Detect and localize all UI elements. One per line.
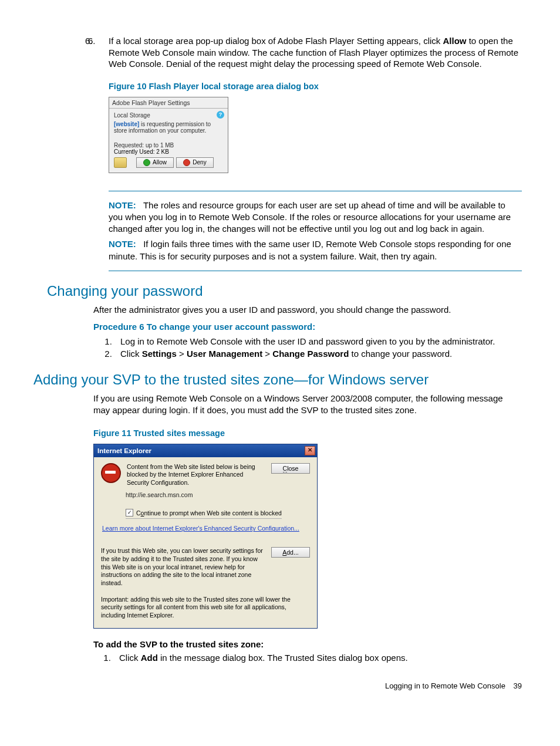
blocked-icon <box>101 463 121 483</box>
flash-currently-used: Currently Used: 2 KB <box>114 148 223 155</box>
flash-dialog: Adobe Flash Player Settings ? Local Stor… <box>109 97 228 173</box>
ie-message: Content from the Web site listed below i… <box>127 463 265 487</box>
proc6-step-1: Log in to Remote Web Console with the us… <box>114 335 522 347</box>
help-icon[interactable]: ? <box>217 111 224 119</box>
procedure-6-title: Procedure 6 To change your user account … <box>38 322 522 332</box>
figure-10-caption: Figure 10 Flash Player local storage are… <box>38 82 522 91</box>
allow-button-label: Allow <box>153 159 167 166</box>
page-number: 39 <box>508 681 522 690</box>
flash-requested: Requested: up to 1 MB <box>114 142 223 148</box>
proc6-s2-um: User Management <box>187 349 262 359</box>
deny-button-label: Deny <box>193 159 206 166</box>
proc6-step-2: Click Settings > User Management > Chang… <box>114 347 522 360</box>
ie-dialog-title: Internet Explorer <box>97 447 151 454</box>
add-svp-heading-colon: : <box>261 639 264 649</box>
ie-learn-more-link[interactable]: Learn more about Internet Explorer's Enh… <box>102 525 310 532</box>
ie-trust-text: If you trust this Web site, you can lowe… <box>101 547 265 587</box>
heading-adding-svp: Adding your SVP to the trusted sites zon… <box>33 372 522 388</box>
note-block: NOTE: The roles and resource groups for … <box>109 191 522 271</box>
ie-close-label: C <box>283 465 288 472</box>
ie-important-text: Important: adding this web site to the T… <box>101 596 310 620</box>
deny-button[interactable]: Deny <box>176 157 214 168</box>
proc6-step-1-text: Log in to Remote Web Console with the us… <box>120 336 495 346</box>
ie-url: http://ie.search.msn.com <box>126 491 310 498</box>
folder-icon <box>114 157 127 168</box>
flash-message: [website] is requesting permission to st… <box>114 121 223 134</box>
figure-11-caption: Figure 11 Trusted sites message <box>38 428 522 438</box>
continue-checkbox[interactable]: ✓ <box>126 509 133 517</box>
ie-add-button[interactable]: Add... <box>271 547 310 558</box>
add-svp-heading-text: To add the SVP to the trusted sites zone <box>93 639 261 649</box>
proc6-s2-settings: Settings <box>142 349 177 359</box>
proc6-s2-cp: Change Password <box>272 349 349 359</box>
check-green-icon <box>143 159 150 166</box>
add-svp-step-1: Click Add in the message dialog box. The… <box>113 652 522 664</box>
flash-local-storage-label: Local Storage <box>114 112 223 119</box>
close-icon[interactable]: ✕ <box>305 446 315 455</box>
note-2-text: If login fails three times with the same… <box>109 239 511 261</box>
proc6-s2-gt1: > <box>177 349 187 359</box>
proc6-s2-rest: to change your password. <box>349 349 452 359</box>
ie-close-button[interactable]: Close <box>271 463 310 474</box>
step-6-allow: Allow <box>443 36 467 46</box>
adding-body: If you are using Remote Web Console on a… <box>38 393 522 417</box>
ie-dialog: Internet Explorer ✕ Content from the Web… <box>93 444 318 629</box>
add-svp-s1-rest: in the message dialog box. The Trusted S… <box>158 653 408 663</box>
note-label-1: NOTE: <box>109 200 136 210</box>
allow-button[interactable]: Allow <box>136 157 174 168</box>
proc6-s2-gt2: > <box>262 349 272 359</box>
add-svp-s1-add: Add <box>141 653 158 663</box>
proc6-s2-a: Click <box>120 349 142 359</box>
step-6: If a local storage area pop-up dialog bo… <box>103 35 522 70</box>
heading-changing-password: Changing your password <box>47 283 522 299</box>
page-footer: Logging in to Remote Web Console 39 <box>38 681 522 690</box>
note-1-text: The roles and resource groups for each u… <box>109 200 511 234</box>
deny-red-icon <box>183 159 190 166</box>
footer-text: Logging in to Remote Web Console <box>385 681 505 690</box>
add-svp-heading: To add the SVP to the trusted sites zone… <box>38 639 522 649</box>
flash-website: [website] <box>114 121 139 127</box>
add-svp-s1-a: Click <box>119 653 141 663</box>
changing-body: After the administrator gives you a user… <box>38 304 522 316</box>
flash-dialog-title: Adobe Flash Player Settings <box>109 97 228 109</box>
step-6-text-a: If a local storage area pop-up dialog bo… <box>109 36 443 46</box>
continue-label: Continue to prompt when Web site content… <box>136 509 282 517</box>
note-label-2: NOTE: <box>109 239 136 249</box>
